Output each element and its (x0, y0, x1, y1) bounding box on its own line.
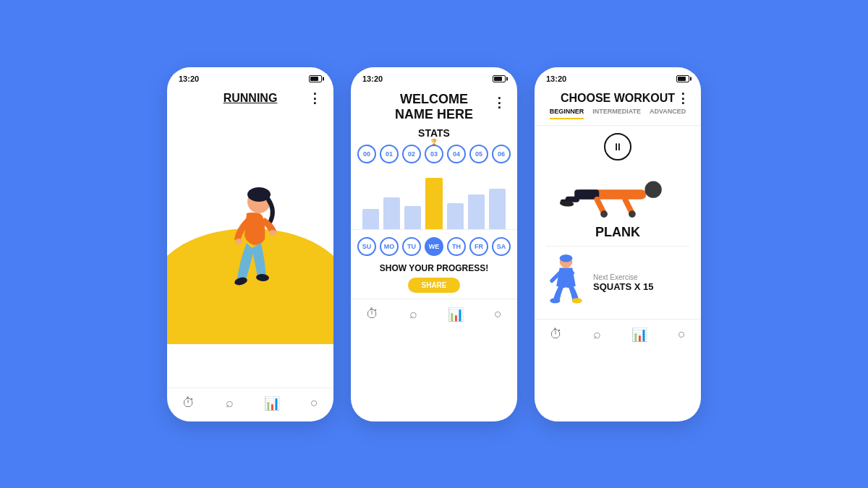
tab-advanced[interactable]: ADVANCED (650, 108, 686, 119)
day-th[interactable]: TH (447, 237, 466, 256)
status-bar-3: 13:20 (535, 67, 701, 86)
time-3: 13:20 (546, 74, 566, 83)
phone-workout: 13:20 CHOOSE WORKOUT ⋮ BEGINNER INTERMED… (535, 67, 701, 421)
stats-menu[interactable]: ⋮ (493, 95, 506, 111)
svg-point-19 (572, 298, 582, 303)
nav-chart-3[interactable]: 📊 (631, 327, 647, 343)
workout-menu[interactable]: ⋮ (676, 90, 689, 106)
day-we[interactable]: WE (425, 237, 443, 256)
nav-search-3[interactable]: ⌕ (593, 327, 601, 342)
svg-point-7 (644, 181, 661, 197)
running-title: RUNNING (224, 92, 278, 105)
next-exercise-section: Next Exercise SQUATS X 15 (546, 246, 689, 312)
bar-4 (425, 178, 442, 229)
day-tu[interactable]: TU (402, 237, 421, 256)
squat-figure (546, 254, 586, 312)
bar-3 (404, 206, 421, 229)
pause-button[interactable]: ⏸ (604, 133, 631, 160)
welcome-title: WELCOME NAME HERE (362, 92, 506, 123)
week-05[interactable]: 05 (469, 145, 488, 163)
exercise-section: ⏸ PLANK (535, 126, 701, 319)
nav-search-1[interactable]: ⌕ (226, 395, 234, 411)
nav-timer-2[interactable]: ⏱ (366, 307, 379, 322)
next-info: Next Exercise SQUATS X 15 (593, 273, 654, 292)
week-02[interactable]: 02 (402, 145, 421, 163)
workout-tabs: BEGINNER INTERMEDIATE ADVANCED (535, 108, 701, 126)
stats-label: STATS (351, 127, 517, 139)
status-bar-1: 13:20 (167, 67, 333, 86)
pause-icon: ⏸ (613, 141, 623, 153)
workout-header: CHOOSE WORKOUT ⋮ (535, 86, 701, 108)
week-03[interactable]: 🏆 03 (425, 145, 443, 163)
phone-running: 13:20 RUNNING ⋮ (167, 67, 333, 421)
battery-1 (309, 75, 322, 82)
bottom-nav-1: ⏱ ⌕ 📊 ○ (167, 388, 333, 421)
nav-search-2[interactable]: ⌕ (409, 307, 417, 322)
svg-point-18 (550, 298, 560, 303)
plank-figure (555, 166, 681, 221)
time-1: 13:20 (179, 74, 199, 83)
svg-point-2 (235, 239, 242, 244)
bar-7 (489, 189, 506, 228)
svg-point-14 (600, 210, 608, 218)
day-sa[interactable]: SA (492, 237, 511, 256)
tab-intermediate[interactable]: INTERMEDIATE (592, 108, 641, 119)
running-illustration: 25:00 MIN (167, 108, 333, 388)
bar-6 (468, 194, 485, 228)
week-circles: 00 01 02 🏆 03 04 05 06 (351, 145, 517, 163)
nav-chart-2[interactable]: 📊 (448, 307, 464, 322)
nav-profile-3[interactable]: ○ (678, 327, 686, 342)
exercise-name: PLANK (595, 225, 640, 240)
timer-display: 25:00 MIN (167, 354, 333, 373)
progress-text: SHOW YOUR PROGRESS! (362, 263, 506, 273)
share-button[interactable]: SHARE (408, 278, 459, 293)
week-00[interactable]: 00 (357, 145, 376, 163)
bar-1 (362, 209, 379, 229)
welcome-header: WELCOME NAME HERE ⋮ (351, 86, 517, 127)
status-bar-2: 13:20 (351, 67, 517, 86)
stats-chart (351, 172, 517, 230)
svg-point-17 (560, 254, 573, 262)
bar-2 (383, 197, 400, 228)
bottom-nav-3: ⏱ ⌕ 📊 ○ (535, 319, 701, 353)
svg-point-3 (269, 230, 276, 236)
svg-point-13 (629, 210, 636, 218)
running-header: RUNNING ⋮ (167, 86, 333, 108)
runner-figure (207, 181, 294, 326)
day-mo[interactable]: MO (380, 237, 399, 256)
bar-5 (447, 203, 464, 229)
nav-profile-1[interactable]: ○ (310, 395, 318, 411)
tab-beginner[interactable]: BEGINNER (550, 108, 584, 119)
running-menu[interactable]: ⋮ (308, 90, 322, 106)
bottom-nav-2: ⏱ ⌕ 📊 ○ (351, 299, 517, 333)
week-01[interactable]: 01 (380, 145, 399, 163)
battery-2 (493, 75, 506, 82)
day-fr[interactable]: FR (469, 237, 488, 256)
time-2: 13:20 (362, 74, 383, 83)
nav-timer-1[interactable]: ⏱ (182, 395, 195, 411)
nav-timer-3[interactable]: ⏱ (550, 327, 563, 342)
week-06[interactable]: 06 (492, 145, 511, 163)
progress-section: SHOW YOUR PROGRESS! SHARE (351, 263, 517, 299)
welcome-line1: WELCOME (400, 92, 468, 106)
welcome-line2: NAME HERE (395, 107, 473, 121)
nav-chart-1[interactable]: 📊 (264, 395, 280, 411)
phone-stats: 13:20 WELCOME NAME HERE ⋮ STATS 00 01 02… (351, 67, 517, 421)
next-name: SQUATS X 15 (593, 281, 654, 292)
workout-title: CHOOSE WORKOUT (561, 92, 675, 105)
next-label: Next Exercise (593, 273, 654, 281)
day-circles: SU MO TU WE TH FR SA (351, 237, 517, 256)
week-04[interactable]: 04 (447, 145, 466, 163)
nav-profile-2[interactable]: ○ (494, 307, 502, 322)
day-su[interactable]: SU (357, 237, 376, 256)
battery-3 (676, 75, 689, 82)
phones-container: 13:20 RUNNING ⋮ (167, 67, 701, 421)
